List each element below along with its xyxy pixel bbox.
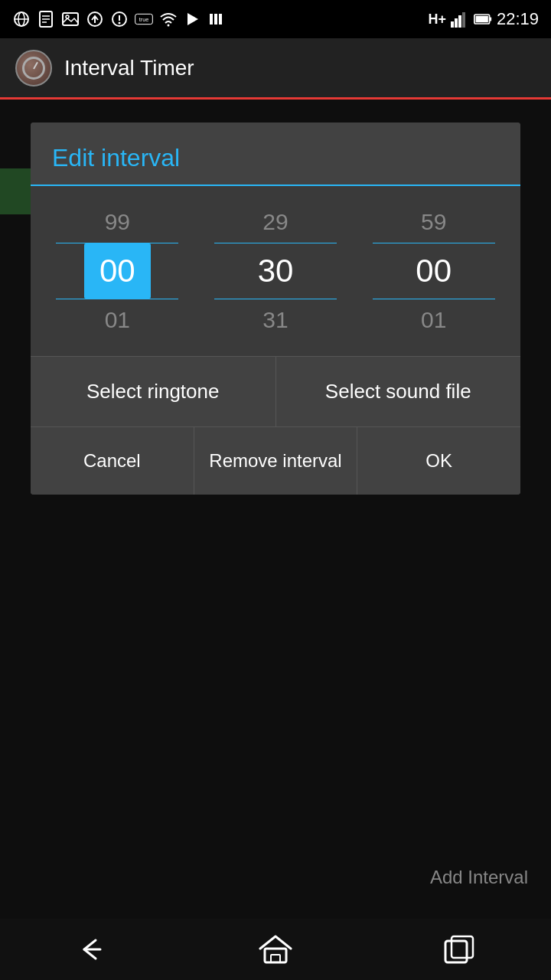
dialog-title: Edit interval (52, 144, 499, 185)
true-badge-icon: true (135, 10, 153, 28)
remove-interval-button[interactable]: Remove interval (194, 427, 358, 495)
seconds-above: 59 (421, 201, 446, 243)
svg-rect-26 (490, 17, 492, 21)
hours-picker-column[interactable]: 99 00 01 (48, 201, 186, 341)
svg-rect-19 (214, 14, 217, 24)
network-type-icon: H+ (428, 11, 446, 28)
svg-text:true: true (139, 16, 149, 23)
hours-current[interactable]: 00 (84, 243, 151, 299)
svg-rect-20 (219, 14, 222, 24)
hours-above: 99 (105, 201, 130, 243)
svg-rect-18 (210, 14, 213, 24)
app-icon (15, 50, 52, 87)
minutes-picker-column[interactable]: 29 30 31 (207, 201, 344, 341)
signal-icon (451, 10, 469, 28)
alert-icon (110, 10, 129, 28)
image-icon (61, 10, 80, 28)
home-button[interactable] (245, 926, 306, 972)
add-interval-area: Add Interval (430, 867, 528, 888)
time-picker[interactable]: 99 00 01 29 30 31 59 00 01 (31, 186, 520, 356)
play-store-icon (184, 10, 202, 28)
ok-button[interactable]: OK (357, 427, 520, 495)
file-icon (37, 10, 55, 28)
bars-icon (208, 10, 227, 28)
status-icons-right: H+ 22:19 (428, 9, 539, 29)
edit-interval-dialog: Edit interval 99 00 01 29 30 31 (31, 122, 520, 495)
clock-face (22, 57, 45, 80)
seconds-below: 01 (421, 299, 446, 341)
svg-rect-22 (455, 18, 458, 28)
select-ringtone-button[interactable]: Select ringtone (31, 357, 276, 426)
upload-icon (86, 10, 104, 28)
action-buttons-row: Cancel Remove interval OK (31, 426, 520, 495)
svg-rect-32 (452, 936, 473, 958)
svg-rect-27 (476, 16, 488, 23)
minutes-below: 31 (262, 299, 288, 341)
wifi-icon (159, 10, 178, 28)
back-button[interactable] (61, 926, 122, 972)
svg-point-16 (168, 24, 170, 27)
add-interval-button[interactable]: Add Interval (430, 867, 528, 888)
app-header: Interval Timer (0, 38, 551, 100)
svg-point-13 (119, 22, 121, 24)
svg-rect-23 (458, 15, 461, 28)
hours-below: 01 (105, 299, 130, 341)
status-time: 22:19 (497, 9, 539, 29)
svg-rect-31 (445, 941, 467, 962)
battery-icon (474, 10, 492, 28)
svg-rect-21 (451, 21, 454, 28)
svg-rect-24 (462, 12, 465, 28)
svg-rect-7 (63, 13, 78, 25)
globe-icon (12, 10, 31, 28)
seconds-current[interactable]: 00 (400, 243, 467, 299)
seconds-picker-column[interactable]: 59 00 01 (365, 201, 503, 341)
main-content: Add Interval Edit interval 99 00 01 29 3… (0, 100, 551, 919)
sound-buttons-row: Select ringtone Select sound file (31, 356, 520, 426)
clock-hand (33, 61, 38, 69)
recents-button[interactable] (429, 926, 490, 972)
minutes-above: 29 (262, 201, 288, 243)
select-sound-file-button[interactable]: Select sound file (276, 357, 521, 426)
dialog-title-area: Edit interval (31, 122, 520, 185)
app-title: Interval Timer (64, 56, 194, 80)
status-icons-left: true (12, 10, 227, 28)
svg-marker-17 (187, 13, 198, 25)
cancel-button[interactable]: Cancel (31, 427, 194, 495)
status-bar: true H+ (0, 0, 551, 38)
minutes-current[interactable]: 30 (243, 243, 309, 299)
bottom-nav (0, 919, 551, 980)
